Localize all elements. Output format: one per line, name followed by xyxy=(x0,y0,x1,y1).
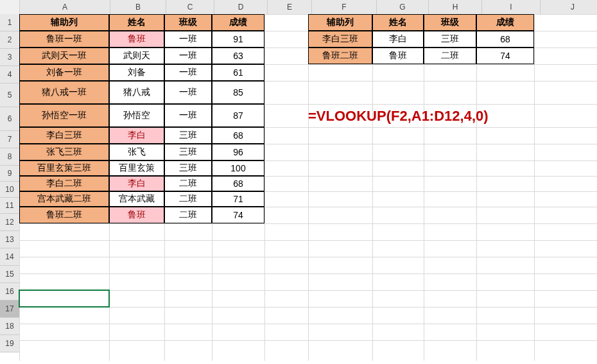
left-name-2[interactable]: 武则天 xyxy=(109,48,164,64)
row-header-17[interactable]: 17 xyxy=(0,300,20,318)
row-header-11[interactable]: 11 xyxy=(0,198,20,214)
left-score-8[interactable]: 100 xyxy=(212,160,264,176)
left-name-6[interactable]: 李白 xyxy=(109,127,164,144)
col-header-I[interactable]: I xyxy=(482,0,541,15)
row-header-1[interactable]: 1 xyxy=(0,14,20,31)
left-name-11[interactable]: 鲁班 xyxy=(109,207,164,223)
col-header-E[interactable]: E xyxy=(268,0,312,15)
left-aux-2[interactable]: 武则天一班 xyxy=(19,48,109,64)
right-aux-1[interactable]: 李白三班 xyxy=(308,31,372,48)
left-aux-6[interactable]: 李白三班 xyxy=(19,127,109,144)
row-header-16[interactable]: 16 xyxy=(0,283,20,300)
right-class-1[interactable]: 三班 xyxy=(424,31,476,48)
col-header-F[interactable]: F xyxy=(312,0,377,15)
col-header-J[interactable]: J xyxy=(541,0,597,15)
left-aux-8[interactable]: 百里玄策三班 xyxy=(19,160,109,176)
left-name-3[interactable]: 刘备 xyxy=(109,64,164,81)
row-header-13[interactable]: 13 xyxy=(0,231,20,248)
left-class-3[interactable]: 一班 xyxy=(164,64,212,81)
left-name-8[interactable]: 百里玄策 xyxy=(109,160,164,176)
row-header-14[interactable]: 14 xyxy=(0,248,20,266)
right-name-2[interactable]: 鲁班 xyxy=(372,48,424,64)
left-score-10[interactable]: 71 xyxy=(212,191,264,207)
row-header-19[interactable]: 19 xyxy=(0,335,20,352)
left-score-3[interactable]: 61 xyxy=(212,64,264,81)
right-aux-2[interactable]: 鲁班二班 xyxy=(308,48,372,64)
row-header-12[interactable]: 12 xyxy=(0,214,20,231)
left-header-name[interactable]: 姓名 xyxy=(109,14,164,31)
left-score-1[interactable]: 91 xyxy=(212,31,264,48)
right-header-class[interactable]: 班级 xyxy=(424,14,476,31)
left-class-10[interactable]: 二班 xyxy=(164,191,212,207)
left-score-2[interactable]: 63 xyxy=(212,48,264,64)
left-score-5[interactable]: 87 xyxy=(212,104,264,127)
col-header-C[interactable]: C xyxy=(166,0,214,15)
row-header-9[interactable]: 9 xyxy=(0,166,20,182)
left-aux-7[interactable]: 张飞三班 xyxy=(19,144,109,160)
row-header-3[interactable]: 3 xyxy=(0,49,20,66)
left-header-aux[interactable]: 辅助列 xyxy=(19,14,109,31)
row-header-4[interactable]: 4 xyxy=(0,66,20,83)
right-name-1[interactable]: 李白 xyxy=(372,31,424,48)
left-name-9[interactable]: 李白 xyxy=(109,176,164,191)
left-aux-3[interactable]: 刘备一班 xyxy=(19,64,109,81)
left-score-11[interactable]: 74 xyxy=(212,207,264,223)
row-header-2[interactable]: 2 xyxy=(0,31,20,49)
right-header-aux[interactable]: 辅助列 xyxy=(308,14,372,31)
col-header-H[interactable]: H xyxy=(429,0,482,15)
row-header-10[interactable]: 10 xyxy=(0,182,20,198)
col-header-B[interactable]: B xyxy=(110,0,166,15)
left-class-7[interactable]: 三班 xyxy=(164,144,212,160)
left-aux-5[interactable]: 孙悟空一班 xyxy=(19,104,109,127)
left-class-6[interactable]: 三班 xyxy=(164,127,212,144)
left-class-4[interactable]: 一班 xyxy=(164,81,212,104)
left-score-7[interactable]: 96 xyxy=(212,144,264,160)
left-score-4[interactable]: 85 xyxy=(212,81,264,104)
right-score-1[interactable]: 68 xyxy=(476,31,534,48)
row-header-6[interactable]: 6 xyxy=(0,107,20,131)
col-header-D[interactable]: D xyxy=(214,0,268,15)
left-score-9[interactable]: 68 xyxy=(212,176,264,191)
col-header-G[interactable]: G xyxy=(377,0,429,15)
left-class-11[interactable]: 二班 xyxy=(164,207,212,223)
spreadsheet[interactable]: ABCDEFGHIJ 12345678910111213141516171819… xyxy=(0,0,597,364)
left-header-score[interactable]: 成绩 xyxy=(212,14,264,31)
left-aux-10[interactable]: 宫本武藏二班 xyxy=(19,191,109,207)
right-score-2[interactable]: 74 xyxy=(476,48,534,64)
left-name-4[interactable]: 猪八戒 xyxy=(109,81,164,104)
left-class-1[interactable]: 一班 xyxy=(164,31,212,48)
row-header-18[interactable]: 18 xyxy=(0,318,20,335)
formula-display: =VLOOKUP(F2,A1:D12,4,0) xyxy=(308,108,489,125)
left-score-6[interactable]: 68 xyxy=(212,127,264,144)
left-aux-1[interactable]: 鲁班一班 xyxy=(19,31,109,48)
active-cell-selection xyxy=(19,290,110,308)
left-aux-11[interactable]: 鲁班二班 xyxy=(19,207,109,223)
left-name-10[interactable]: 宫本武藏 xyxy=(109,191,164,207)
left-class-5[interactable]: 一班 xyxy=(164,104,212,127)
left-class-8[interactable]: 三班 xyxy=(164,160,212,176)
right-class-2[interactable]: 二班 xyxy=(424,48,476,64)
left-aux-9[interactable]: 李白二班 xyxy=(19,176,109,191)
left-class-2[interactable]: 一班 xyxy=(164,48,212,64)
right-header-score[interactable]: 成绩 xyxy=(476,14,534,31)
select-all-corner[interactable] xyxy=(0,0,20,15)
left-class-9[interactable]: 二班 xyxy=(164,176,212,191)
row-header-8[interactable]: 8 xyxy=(0,148,20,166)
left-name-5[interactable]: 孙悟空 xyxy=(109,104,164,127)
col-header-A[interactable]: A xyxy=(20,0,110,15)
row-header-7[interactable]: 7 xyxy=(0,131,20,148)
left-aux-4[interactable]: 猪八戒一班 xyxy=(19,81,109,104)
left-name-1[interactable]: 鲁班 xyxy=(109,31,164,48)
row-header-15[interactable]: 15 xyxy=(0,266,20,283)
right-header-name[interactable]: 姓名 xyxy=(372,14,424,31)
left-name-7[interactable]: 张飞 xyxy=(109,144,164,160)
left-header-class[interactable]: 班级 xyxy=(164,14,212,31)
row-header-5[interactable]: 5 xyxy=(0,83,20,107)
